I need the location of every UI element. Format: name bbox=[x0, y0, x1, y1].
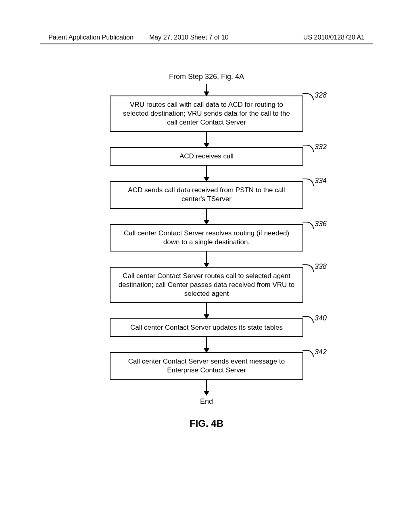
flowchart: From Step 326, Fig. 4A VRU routes call w… bbox=[86, 73, 327, 429]
start-label: From Step 326, Fig. 4A bbox=[86, 73, 327, 81]
step-box-338: Call center Contact Server routes call t… bbox=[110, 267, 303, 303]
step-box-334: ACD sends call data received from PSTN t… bbox=[110, 181, 303, 208]
step-box-342: Call center Contact Server sends event m… bbox=[110, 352, 303, 380]
header-divider bbox=[40, 44, 373, 44]
ref-curve bbox=[302, 350, 314, 357]
arrow-icon bbox=[206, 132, 207, 147]
arrow-icon bbox=[206, 166, 207, 181]
header-left: Patent Application Publication bbox=[48, 34, 133, 41]
ref-number: 332 bbox=[315, 142, 327, 152]
header-right: US 2010/0128720 A1 bbox=[303, 34, 365, 41]
ref-curve bbox=[302, 93, 314, 100]
step-text: Call center Contact Server routes call t… bbox=[119, 272, 295, 297]
ref-number: 328 bbox=[315, 91, 327, 100]
ref-curve bbox=[302, 316, 314, 323]
ref-curve bbox=[302, 222, 314, 229]
ref-number: 338 bbox=[315, 262, 327, 271]
ref-curve bbox=[302, 145, 314, 152]
arrow-icon bbox=[206, 337, 207, 352]
step-text: Call center Contact Server sends event m… bbox=[128, 357, 285, 374]
step-box-328: VRU routes call with call data to ACD fo… bbox=[110, 96, 303, 132]
figure-label: FIG. 4B bbox=[86, 418, 327, 429]
ref-curve bbox=[302, 264, 314, 272]
arrow-icon bbox=[206, 209, 207, 224]
step-text: Call center Contact Server updates its s… bbox=[130, 324, 283, 331]
end-label: End bbox=[86, 397, 327, 406]
step-box-332: ACD receives call 332 bbox=[110, 147, 303, 166]
ref-number: 340 bbox=[315, 314, 327, 323]
page-header: Patent Application Publication May 27, 2… bbox=[0, 34, 413, 41]
ref-number: 342 bbox=[315, 347, 327, 357]
step-text: Call center Contact Server resolves rout… bbox=[124, 229, 289, 246]
step-box-340: Call center Contact Server updates its s… bbox=[110, 318, 303, 337]
arrow-icon bbox=[206, 303, 207, 318]
arrow-icon bbox=[206, 251, 207, 267]
arrow-icon bbox=[206, 84, 207, 96]
ref-curve bbox=[302, 179, 314, 186]
step-text: ACD sends call data received from PSTN t… bbox=[128, 186, 285, 203]
step-text: ACD receives call bbox=[179, 152, 234, 160]
ref-number: 336 bbox=[315, 219, 327, 229]
step-text: VRU routes call with call data to ACD fo… bbox=[123, 101, 290, 126]
ref-number: 334 bbox=[315, 176, 327, 185]
arrow-icon bbox=[206, 380, 207, 395]
header-center: May 27, 2010 Sheet 7 of 10 bbox=[149, 34, 229, 41]
step-box-336: Call center Contact Server resolves rout… bbox=[110, 224, 303, 251]
